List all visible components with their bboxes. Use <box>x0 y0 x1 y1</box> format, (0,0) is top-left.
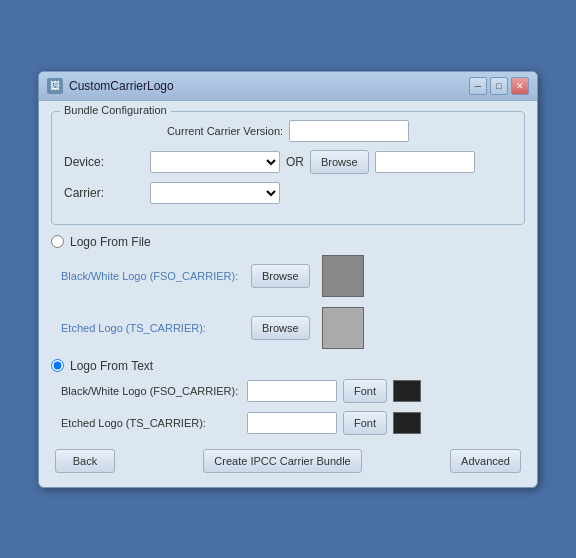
back-button[interactable]: Back <box>55 449 115 473</box>
bw-logo-text-input[interactable] <box>247 380 337 402</box>
or-text: OR <box>286 155 304 169</box>
create-bundle-button[interactable]: Create IPCC Carrier Bundle <box>203 449 361 473</box>
advanced-button[interactable]: Advanced <box>450 449 521 473</box>
bw-preview-dark <box>322 255 364 297</box>
etched-preview-dark <box>322 307 364 349</box>
bw-logo-text-label: Black/White Logo (FSO_CARRIER): <box>61 385 241 397</box>
bw-logo-font-button[interactable]: Font <box>343 379 387 403</box>
window-title: CustomCarrierLogo <box>69 79 174 93</box>
bundle-browse-button[interactable]: Browse <box>310 150 369 174</box>
bundle-path-input[interactable] <box>375 151 475 173</box>
bw-logo-file-label: Black/White Logo (FSO_CARRIER): <box>61 270 251 282</box>
carrier-row: Carrier: <box>64 182 512 204</box>
etched-preview-stack <box>316 307 364 349</box>
device-row: Device: OR Browse <box>64 150 512 174</box>
minimize-button[interactable]: ─ <box>469 77 487 95</box>
etched-color-swatch[interactable] <box>393 412 421 434</box>
bw-preview-stack <box>316 255 364 297</box>
logo-from-text-label: Logo From Text <box>70 359 153 373</box>
bw-logo-text-row: Black/White Logo (FSO_CARRIER): Font <box>51 379 525 403</box>
carrier-label: Carrier: <box>64 186 144 200</box>
bottom-bar: Back Create IPCC Carrier Bundle Advanced <box>51 443 525 475</box>
window-controls: ─ □ ✕ <box>469 77 529 95</box>
logo-from-file-radio[interactable] <box>51 235 64 248</box>
etched-logo-file-row: Etched Logo (TS_CARRIER): Browse <box>51 307 525 349</box>
close-button[interactable]: ✕ <box>511 77 529 95</box>
bundle-config-label: Bundle Configuration <box>60 104 171 116</box>
device-label: Device: <box>64 155 144 169</box>
bw-color-swatch[interactable] <box>393 380 421 402</box>
carrier-version-input[interactable] <box>289 120 409 142</box>
window-icon: 🖼 <box>47 78 63 94</box>
device-select[interactable] <box>150 151 280 173</box>
etched-logo-file-label: Etched Logo (TS_CARRIER): <box>61 322 251 334</box>
etched-logo-text-row: Etched Logo (TS_CARRIER): Font <box>51 411 525 435</box>
carrier-version-row: Current Carrier Version: <box>64 120 512 142</box>
carrier-select[interactable] <box>150 182 280 204</box>
etched-logo-font-button[interactable]: Font <box>343 411 387 435</box>
main-window: 🖼 CustomCarrierLogo ─ □ ✕ Bundle Configu… <box>38 71 538 488</box>
bw-logo-file-row: Black/White Logo (FSO_CARRIER): Browse <box>51 255 525 297</box>
logo-from-text-section: Logo From Text Black/White Logo (FSO_CAR… <box>51 359 525 435</box>
logo-from-file-label: Logo From File <box>70 235 151 249</box>
etched-logo-text-input[interactable] <box>247 412 337 434</box>
etched-logo-text-label: Etched Logo (TS_CARRIER): <box>61 417 241 429</box>
carrier-version-label: Current Carrier Version: <box>167 125 283 137</box>
logo-from-file-section: Logo From File Black/White Logo (FSO_CAR… <box>51 235 525 349</box>
logo-from-text-radio[interactable] <box>51 359 64 372</box>
bundle-config-group: Bundle Configuration Current Carrier Ver… <box>51 111 525 225</box>
maximize-button[interactable]: □ <box>490 77 508 95</box>
etched-logo-browse-button[interactable]: Browse <box>251 316 310 340</box>
title-bar: 🖼 CustomCarrierLogo ─ □ ✕ <box>39 72 537 101</box>
bw-logo-browse-button[interactable]: Browse <box>251 264 310 288</box>
